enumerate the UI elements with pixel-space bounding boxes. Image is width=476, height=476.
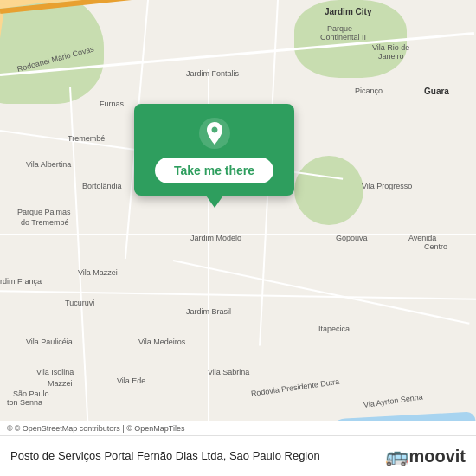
moovit-logo: 🚌 moovit	[385, 445, 466, 467]
bottom-bar: © © OpenStreetMap contributors | © OpenM…	[0, 421, 476, 476]
place-name: Posto de Serviços Portal Fernão Dias Ltd…	[10, 449, 320, 464]
take-me-there-button[interactable]: Take me there	[155, 158, 273, 183]
attribution-text: © OpenStreetMap contributors | © OpenMap…	[15, 424, 185, 433]
green-area	[0, 0, 104, 104]
attribution-row: © © OpenStreetMap contributors | © OpenM…	[0, 421, 476, 436]
road	[0, 234, 476, 235]
moovit-text: moovit	[408, 447, 466, 466]
moovit-bus-icon: 🚌	[385, 445, 408, 467]
green-area	[294, 156, 363, 225]
place-info: Posto de Serviços Portal Fernão Dias Ltd…	[0, 436, 476, 476]
map-container: Jardim City Parque Continental II Vila R…	[0, 0, 476, 476]
copyright-symbol: ©	[7, 424, 13, 433]
location-pin-icon	[199, 118, 230, 149]
popup-card: Take me there	[134, 104, 294, 196]
